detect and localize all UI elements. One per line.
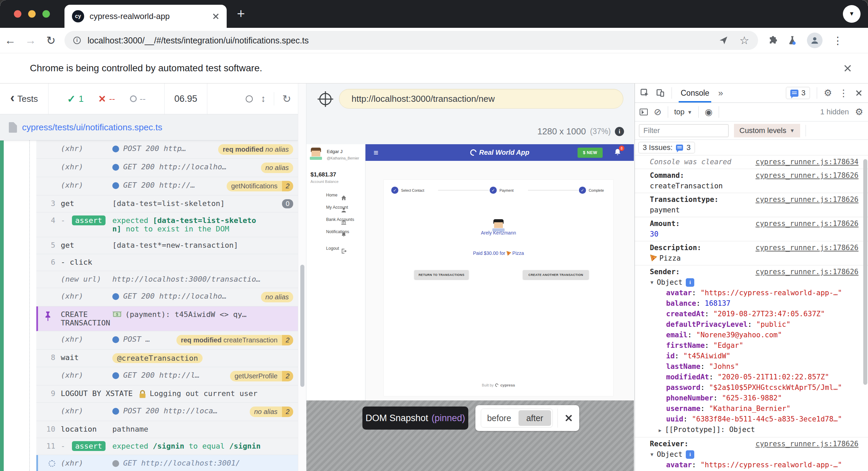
console-entry[interactable]: Console was clearedcypress_runner.js:178…	[635, 155, 868, 169]
command-row--click[interactable]: 6- click	[36, 254, 298, 271]
address-bar[interactable]: i localhost:3000/__/#/tests/integration/…	[64, 31, 758, 50]
unpin-snapshot-icon[interactable]	[565, 414, 572, 422]
devtools-menu-icon[interactable]: ⋮	[839, 88, 848, 99]
command-row-xhr[interactable]: (xhr)GET 200 http://…getNotifications2	[36, 177, 298, 195]
source-link[interactable]: cypress_runner.js:178626	[756, 439, 858, 449]
context-selector[interactable]: top▼	[674, 108, 692, 116]
browser-menu-icon[interactable]: ⋮	[833, 35, 843, 46]
console-entry[interactable]: Amount:30cypress_runner.js:178626	[635, 217, 868, 241]
issues-button[interactable]: 3 Issues: 3	[638, 142, 695, 153]
back-icon[interactable]: ←	[0, 34, 20, 47]
console-entry[interactable]: Transactiontype:paymentcypress_runner.js…	[635, 193, 868, 217]
return-to-transactions-button[interactable]: RETURN TO TRANSACTIONS	[414, 270, 469, 279]
command-row-xhr[interactable]: (xhr)POST …req modified createTransactio…	[36, 331, 298, 350]
console-sidebar-icon[interactable]	[640, 109, 648, 115]
menu-icon[interactable]: ≡	[374, 148, 378, 157]
after-button[interactable]: after	[518, 410, 551, 426]
command-row-xhr[interactable]: (xhr)GET 200 http://l…getUserProfile2	[36, 367, 298, 385]
source-link[interactable]: cypress_runner.js:178626	[756, 194, 858, 215]
command-body: GET http://localhost:3001/	[112, 459, 293, 467]
maximize-window-button[interactable]	[42, 10, 50, 18]
sidebar-item-logout[interactable]: Logout	[306, 242, 365, 255]
command-row-spinner[interactable]: (xhr)GET http://localhost:3001/	[36, 455, 298, 471]
close-devtools-icon[interactable]	[855, 89, 863, 97]
infobar-close-icon[interactable]	[844, 64, 852, 72]
sidebar-item-notifications[interactable]: Notifications	[306, 226, 365, 238]
close-tab-icon[interactable]	[212, 13, 219, 20]
scrollbar-thumb[interactable]	[863, 159, 867, 385]
selector-playground-icon[interactable]	[319, 93, 332, 105]
command-row-logout-by-xstate[interactable]: 9LOGOUT BY XSTATELogging out current use…	[36, 385, 298, 403]
console-messages-badge[interactable]: 3	[786, 87, 810, 99]
new-tab-button[interactable]: +	[234, 7, 248, 21]
command-row-assert[interactable]: 4- assertexpected [data-test=list-skelet…	[36, 212, 298, 237]
console-entry[interactable]: Command:createTransactioncypress_runner.…	[635, 169, 868, 193]
command-row-xhr[interactable]: (xhr)POST 200 http…req modified no alias	[36, 140, 298, 159]
command-row-get[interactable]: 3get[data-test=list-skeleton]0	[36, 195, 298, 212]
source-link[interactable]: cypress_runner.js:178626	[756, 219, 858, 240]
close-window-button[interactable]	[14, 10, 21, 18]
rerun-icon[interactable]: ↻	[282, 93, 291, 105]
notification-badge: 8	[619, 146, 624, 151]
clear-console-icon[interactable]: ⊘	[654, 107, 662, 117]
create-another-transaction-button[interactable]: CREATE ANOTHER TRANSACTION	[523, 270, 589, 279]
flask-extension-icon[interactable]	[788, 35, 797, 45]
more-tabs-icon[interactable]: »	[718, 88, 723, 98]
source-link[interactable]: cypress_runner.js:178626	[756, 267, 858, 277]
transaction-card: ✓Select Contact✓Payment✓Complete Arely K…	[384, 180, 613, 396]
source-link[interactable]: cypress_runner.js:178634	[756, 157, 858, 167]
auto-scroll-icon[interactable]	[246, 95, 253, 102]
site-info-icon[interactable]: i	[73, 37, 81, 44]
command-row-get[interactable]: 5get[data-test*=new-transaction]	[36, 237, 298, 254]
object-expander[interactable]: ▼Objecti	[650, 277, 858, 288]
spec-file-link[interactable]: cypress/tests/ui/notifications.spec.ts	[22, 122, 162, 133]
bookmark-icon[interactable]: ☆	[739, 34, 749, 47]
command-row-create-transaction[interactable]: CREATE TRANSACTION$(payment): t45AiwidW …	[36, 306, 298, 331]
command-row-wait[interactable]: 8wait@createTransaction	[36, 350, 298, 367]
snapshot-overlay: DOM Snapshot (pinned) before after	[306, 400, 634, 471]
reload-icon[interactable]: ↻	[41, 34, 61, 47]
source-link[interactable]: cypress_runner.js:178626	[756, 243, 858, 264]
send-icon[interactable]	[718, 35, 729, 45]
new-transaction-button[interactable]: $ NEW	[578, 148, 603, 158]
prototype-row[interactable]: ▶[[Prototype]]: Object	[650, 425, 858, 436]
command-row-xhr[interactable]: (xhr)GET 200 http://localho…no alias	[36, 159, 298, 177]
minimize-window-button[interactable]	[28, 10, 36, 18]
command-row-location[interactable]: 10locationpathname	[36, 421, 298, 438]
log-levels-dropdown[interactable]: Custom levels▼	[734, 124, 800, 137]
forward-icon[interactable]: →	[20, 34, 41, 47]
command-row-newurl[interactable]: (new url)http://localhost:3000/transacti…	[36, 271, 298, 288]
settings-gear-icon[interactable]: ⚙	[824, 88, 832, 98]
command-row-xhr[interactable]: (xhr)GET 200 http://localho…no alias	[36, 288, 298, 306]
sidebar-item-home[interactable]: Home	[306, 189, 365, 201]
aut-address-bar[interactable]: http://localhost:3000/transaction/new	[339, 89, 623, 109]
inspect-element-icon[interactable]	[640, 89, 649, 97]
sidebar-item-my-account[interactable]: My Account	[306, 201, 365, 213]
live-expression-icon[interactable]: ◉	[705, 107, 713, 117]
object-expander[interactable]: ▼Objecti	[650, 449, 858, 460]
sidebar-item-bank-accounts[interactable]: Bank Accounts	[306, 213, 365, 226]
device-toolbar-icon[interactable]	[656, 89, 665, 97]
devtools-scrollbar[interactable]	[863, 156, 867, 469]
receiver-name[interactable]: Arely Kertzmann	[384, 230, 613, 236]
filter-input[interactable]	[639, 124, 729, 137]
before-button[interactable]: before	[481, 409, 517, 427]
scroll-arrows-icon[interactable]: ↕	[261, 93, 266, 104]
browser-tab[interactable]: cy cypress-realworld-app	[64, 5, 227, 28]
tab-console[interactable]: Console	[679, 83, 711, 102]
command-row-xhr[interactable]: (xhr)POST 200 http://loca…no alias2	[36, 403, 298, 421]
back-to-tests-button[interactable]: ‹ Tests	[0, 83, 49, 114]
scrollbar-thumb[interactable]	[300, 265, 304, 387]
extensions-icon[interactable]	[768, 36, 778, 45]
console-settings-icon[interactable]: ⚙	[855, 107, 863, 117]
console-entry[interactable]: Receiver:cypress_runner.js:178626▼Object…	[635, 437, 868, 471]
command-row-assert[interactable]: 11- assertexpected /signin to equal /sig…	[36, 438, 298, 455]
viewport-info-icon[interactable]: i	[615, 127, 624, 136]
profile-avatar[interactable]	[807, 33, 823, 48]
reporter-scrollbar[interactable]	[298, 83, 306, 471]
tab-search-button[interactable]: ▼	[843, 5, 861, 23]
console-entry[interactable]: Sender:cypress_runner.js:178626▼Objectia…	[635, 265, 868, 437]
source-link[interactable]: cypress_runner.js:178626	[756, 170, 858, 191]
console-entry[interactable]: Description:Pizzacypress_runner.js:17862…	[635, 241, 868, 265]
request-status-dot	[112, 336, 119, 343]
